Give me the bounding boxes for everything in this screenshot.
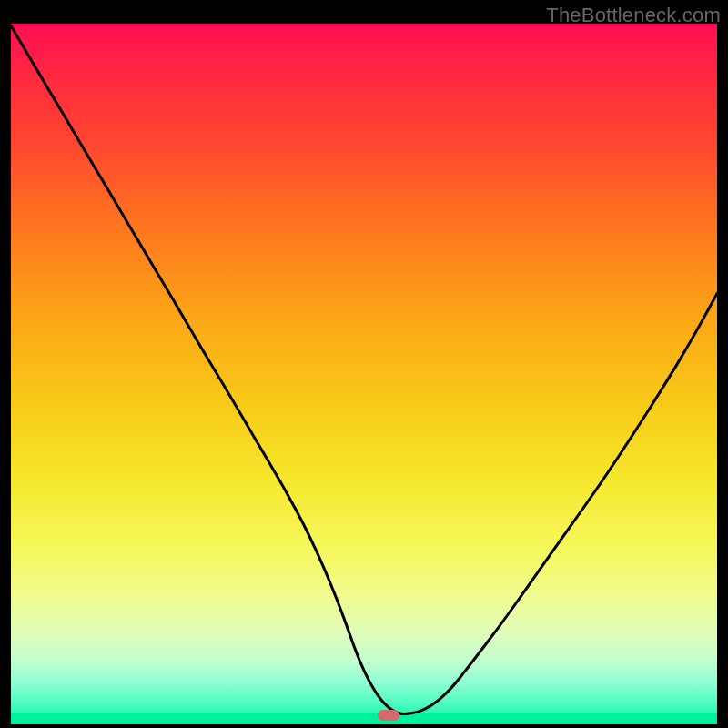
minimum-marker: [378, 710, 399, 721]
watermark-text: TheBottleneck.com: [546, 4, 721, 27]
bottleneck-curve: [11, 24, 717, 724]
plot-area: [11, 24, 717, 724]
